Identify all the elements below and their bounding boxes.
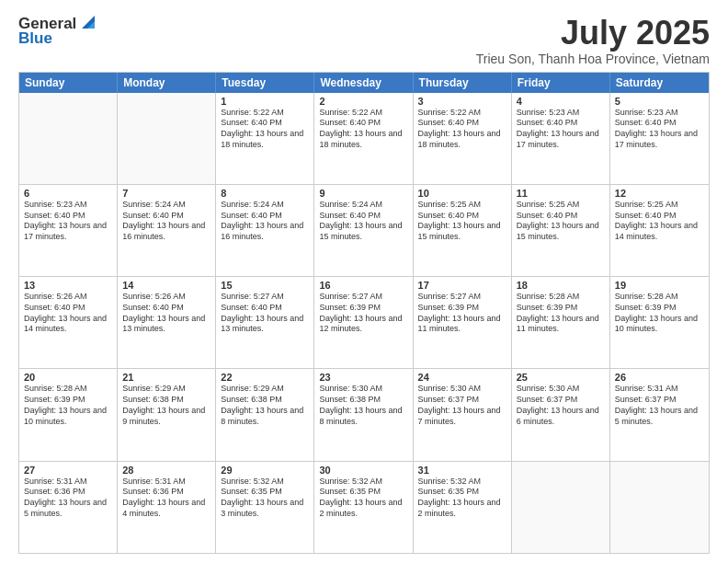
header-saturday: Saturday: [610, 73, 709, 93]
day-number: 27: [24, 465, 112, 476]
day-number: 26: [615, 372, 704, 383]
day-info: Sunrise: 5:32 AMSunset: 6:35 PMDaylight:…: [319, 477, 407, 520]
day-info: Sunrise: 5:30 AMSunset: 6:37 PMDaylight:…: [517, 384, 605, 427]
day-17: 17Sunrise: 5:27 AMSunset: 6:39 PMDayligh…: [414, 277, 512, 368]
day-info: Sunrise: 5:29 AMSunset: 6:38 PMDaylight:…: [221, 384, 309, 427]
day-number: 28: [122, 465, 210, 476]
day-number: 25: [517, 372, 605, 383]
header-wednesday: Wednesday: [314, 73, 413, 93]
empty-cell: [118, 93, 216, 184]
day-number: 22: [221, 372, 309, 383]
day-number: 19: [615, 280, 704, 291]
calendar-body: 1Sunrise: 5:22 AMSunset: 6:40 PMDaylight…: [19, 93, 709, 553]
day-14: 14Sunrise: 5:26 AMSunset: 6:40 PMDayligh…: [118, 277, 216, 368]
day-info: Sunrise: 5:32 AMSunset: 6:35 PMDaylight:…: [418, 477, 506, 520]
day-number: 6: [24, 188, 112, 199]
day-31: 31Sunrise: 5:32 AMSunset: 6:35 PMDayligh…: [414, 462, 512, 553]
day-26: 26Sunrise: 5:31 AMSunset: 6:37 PMDayligh…: [610, 369, 709, 460]
day-number: 17: [418, 280, 506, 291]
header-thursday: Thursday: [414, 73, 512, 93]
day-23: 23Sunrise: 5:30 AMSunset: 6:38 PMDayligh…: [314, 369, 413, 460]
day-info: Sunrise: 5:27 AMSunset: 6:39 PMDaylight:…: [319, 292, 407, 335]
day-12: 12Sunrise: 5:25 AMSunset: 6:40 PMDayligh…: [610, 185, 709, 276]
day-9: 9Sunrise: 5:24 AMSunset: 6:40 PMDaylight…: [314, 185, 413, 276]
day-28: 28Sunrise: 5:31 AMSunset: 6:36 PMDayligh…: [118, 462, 216, 553]
day-info: Sunrise: 5:31 AMSunset: 6:36 PMDaylight:…: [24, 477, 112, 520]
day-4: 4Sunrise: 5:23 AMSunset: 6:40 PMDaylight…: [512, 93, 610, 184]
empty-cell: [19, 93, 118, 184]
day-info: Sunrise: 5:28 AMSunset: 6:39 PMDaylight:…: [24, 384, 112, 427]
day-info: Sunrise: 5:30 AMSunset: 6:37 PMDaylight:…: [418, 384, 506, 427]
day-number: 23: [319, 372, 407, 383]
header-tuesday: Tuesday: [216, 73, 314, 93]
calendar-page: General Blue July 2025 Trieu Son, Thanh …: [0, 0, 728, 563]
logo: General Blue: [18, 15, 98, 47]
day-11: 11Sunrise: 5:25 AMSunset: 6:40 PMDayligh…: [512, 185, 610, 276]
day-number: 30: [319, 465, 407, 476]
day-number: 3: [418, 96, 506, 107]
day-info: Sunrise: 5:23 AMSunset: 6:40 PMDaylight:…: [517, 108, 605, 151]
day-info: Sunrise: 5:25 AMSunset: 6:40 PMDaylight:…: [418, 200, 506, 243]
day-info: Sunrise: 5:30 AMSunset: 6:38 PMDaylight:…: [319, 384, 407, 427]
day-info: Sunrise: 5:26 AMSunset: 6:40 PMDaylight:…: [122, 292, 210, 335]
day-number: 11: [517, 188, 605, 199]
day-number: 8: [221, 188, 309, 199]
day-10: 10Sunrise: 5:25 AMSunset: 6:40 PMDayligh…: [414, 185, 512, 276]
day-30: 30Sunrise: 5:32 AMSunset: 6:35 PMDayligh…: [314, 462, 413, 553]
subtitle: Trieu Son, Thanh Hoa Province, Vietnam: [476, 52, 710, 66]
day-number: 5: [615, 96, 704, 107]
day-15: 15Sunrise: 5:27 AMSunset: 6:40 PMDayligh…: [216, 277, 314, 368]
day-22: 22Sunrise: 5:29 AMSunset: 6:38 PMDayligh…: [216, 369, 314, 460]
empty-cell: [512, 462, 610, 553]
week-2: 6Sunrise: 5:23 AMSunset: 6:40 PMDaylight…: [19, 184, 709, 276]
day-number: 1: [221, 96, 309, 107]
header-sunday: Sunday: [19, 73, 118, 93]
day-number: 18: [517, 280, 605, 291]
main-title: July 2025: [476, 15, 710, 52]
day-info: Sunrise: 5:22 AMSunset: 6:40 PMDaylight:…: [319, 108, 407, 151]
day-number: 24: [418, 372, 506, 383]
day-info: Sunrise: 5:24 AMSunset: 6:40 PMDaylight:…: [122, 200, 210, 243]
day-info: Sunrise: 5:31 AMSunset: 6:37 PMDaylight:…: [615, 384, 704, 427]
day-info: Sunrise: 5:27 AMSunset: 6:39 PMDaylight:…: [418, 292, 506, 335]
day-number: 9: [319, 188, 407, 199]
day-number: 20: [24, 372, 112, 383]
day-5: 5Sunrise: 5:23 AMSunset: 6:40 PMDaylight…: [610, 93, 709, 184]
day-7: 7Sunrise: 5:24 AMSunset: 6:40 PMDaylight…: [118, 185, 216, 276]
day-25: 25Sunrise: 5:30 AMSunset: 6:37 PMDayligh…: [512, 369, 610, 460]
day-info: Sunrise: 5:28 AMSunset: 6:39 PMDaylight:…: [615, 292, 704, 335]
day-27: 27Sunrise: 5:31 AMSunset: 6:36 PMDayligh…: [19, 462, 118, 553]
day-info: Sunrise: 5:24 AMSunset: 6:40 PMDaylight:…: [319, 200, 407, 243]
day-13: 13Sunrise: 5:26 AMSunset: 6:40 PMDayligh…: [19, 277, 118, 368]
header-friday: Friday: [512, 73, 610, 93]
week-1: 1Sunrise: 5:22 AMSunset: 6:40 PMDaylight…: [19, 93, 709, 184]
day-number: 14: [122, 280, 210, 291]
header-row: General Blue July 2025 Trieu Son, Thanh …: [18, 15, 710, 66]
day-16: 16Sunrise: 5:27 AMSunset: 6:39 PMDayligh…: [314, 277, 413, 368]
day-number: 13: [24, 280, 112, 291]
header-monday: Monday: [118, 73, 216, 93]
day-1: 1Sunrise: 5:22 AMSunset: 6:40 PMDaylight…: [216, 93, 314, 184]
empty-cell: [610, 462, 709, 553]
day-number: 31: [418, 465, 506, 476]
day-info: Sunrise: 5:22 AMSunset: 6:40 PMDaylight:…: [221, 108, 309, 151]
calendar: Sunday Monday Tuesday Wednesday Thursday…: [18, 72, 710, 554]
day-info: Sunrise: 5:22 AMSunset: 6:40 PMDaylight:…: [418, 108, 506, 151]
day-info: Sunrise: 5:29 AMSunset: 6:38 PMDaylight:…: [122, 384, 210, 427]
day-info: Sunrise: 5:23 AMSunset: 6:40 PMDaylight:…: [24, 200, 112, 243]
day-number: 16: [319, 280, 407, 291]
day-info: Sunrise: 5:24 AMSunset: 6:40 PMDaylight:…: [221, 200, 309, 243]
title-block: July 2025 Trieu Son, Thanh Hoa Province,…: [476, 15, 710, 66]
day-24: 24Sunrise: 5:30 AMSunset: 6:37 PMDayligh…: [414, 369, 512, 460]
day-number: 29: [221, 465, 309, 476]
day-21: 21Sunrise: 5:29 AMSunset: 6:38 PMDayligh…: [118, 369, 216, 460]
day-number: 12: [615, 188, 704, 199]
day-info: Sunrise: 5:23 AMSunset: 6:40 PMDaylight:…: [615, 108, 704, 151]
day-8: 8Sunrise: 5:24 AMSunset: 6:40 PMDaylight…: [216, 185, 314, 276]
week-5: 27Sunrise: 5:31 AMSunset: 6:36 PMDayligh…: [19, 461, 709, 553]
day-number: 2: [319, 96, 407, 107]
day-info: Sunrise: 5:26 AMSunset: 6:40 PMDaylight:…: [24, 292, 112, 335]
day-3: 3Sunrise: 5:22 AMSunset: 6:40 PMDaylight…: [414, 93, 512, 184]
calendar-header: Sunday Monday Tuesday Wednesday Thursday…: [19, 73, 709, 93]
day-number: 4: [517, 96, 605, 107]
